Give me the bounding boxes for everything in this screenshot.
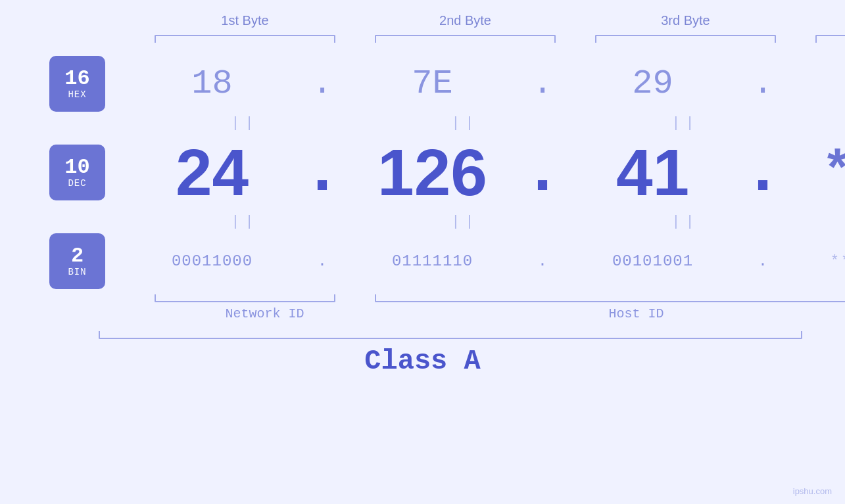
hex-dot3: . [752, 64, 773, 103]
network-id-label: Network ID [155, 306, 375, 321]
eq2-b4: || [815, 214, 845, 230]
bracket-byte3 [595, 35, 776, 43]
byte4-label: 4th Byte [815, 13, 845, 28]
class-label-row: Class A [0, 346, 845, 377]
eq1-b4: || [815, 115, 845, 131]
bin-badge-num: 2 [71, 246, 84, 267]
byte2-label: 2nd Byte [375, 13, 556, 28]
byte1-label: 1st Byte [155, 13, 335, 28]
dec-dot2: . [523, 135, 562, 210]
dec-data-row: 10 DEC 24 . 126 . 41 . *** [0, 135, 845, 210]
id-label-row: Network ID Host ID [0, 306, 845, 321]
eq2-b2: || [375, 214, 556, 230]
bottom-bracket-net [155, 294, 335, 302]
hex-dot1: . [312, 64, 332, 103]
bracket-byte4 [815, 35, 845, 43]
bin-data-row: 2 BIN 00011000 . 01111110 . 00101001 . *… [0, 233, 845, 289]
eq1-b3: || [595, 115, 776, 131]
hex-badge-num: 16 [64, 68, 89, 89]
bin-b2: 01111110 [392, 252, 473, 270]
class-label: Class A [364, 346, 480, 377]
dec-dot1: . [302, 135, 342, 210]
dec-b4: *** [822, 143, 845, 202]
top-bracket-row [0, 35, 845, 43]
eq1-b2: || [375, 115, 556, 131]
hex-data-row: 16 HEX 18 . 7E . 29 . ** [0, 56, 845, 112]
bin-badge: 2 BIN [49, 233, 105, 289]
class-bracket-row [0, 331, 845, 339]
hex-badge-label: HEX [68, 89, 86, 100]
main-container: 1st Byte 2nd Byte 3rd Byte 4th Byte 16 H… [0, 0, 845, 504]
dec-b1: 24 [176, 135, 249, 209]
dec-badge: 10 DEC [49, 145, 105, 200]
bracket-byte1 [155, 35, 335, 43]
dec-badge-label: DEC [68, 178, 86, 189]
hex-dot2: . [532, 64, 552, 103]
equals-row-2: || || || || [0, 214, 845, 230]
dec-b3: 41 [616, 135, 689, 209]
bin-b1: 00011000 [172, 252, 253, 270]
watermark: ipshu.com [793, 486, 832, 496]
eq2-b1: || [155, 214, 335, 230]
bin-dot3: . [758, 252, 767, 270]
bin-dot1: . [318, 252, 327, 270]
dec-dot3: . [743, 135, 783, 210]
hex-badge: 16 HEX [49, 56, 105, 112]
header-row: 1st Byte 2nd Byte 3rd Byte 4th Byte [0, 13, 845, 28]
bottom-bracket-host [375, 294, 845, 302]
bin-dot2: . [538, 252, 547, 270]
bracket-byte2 [375, 35, 556, 43]
bottom-bracket-row [0, 294, 845, 302]
host-id-label: Host ID [375, 306, 845, 321]
dec-badge-num: 10 [64, 157, 89, 178]
bin-b3: 00101001 [612, 252, 693, 270]
eq1-b1: || [155, 115, 335, 131]
bin-b4: ******** [831, 253, 845, 269]
hex-b2: 7E [412, 64, 452, 103]
equals-row-1: || || || || [0, 115, 845, 131]
byte3-label: 3rd Byte [595, 13, 776, 28]
hex-b3: 29 [632, 64, 673, 103]
class-bracket [99, 331, 802, 339]
bin-badge-label: BIN [68, 267, 86, 277]
eq2-b3: || [595, 214, 776, 230]
hex-b1: 18 [191, 64, 232, 103]
dec-b2: 126 [377, 135, 487, 209]
